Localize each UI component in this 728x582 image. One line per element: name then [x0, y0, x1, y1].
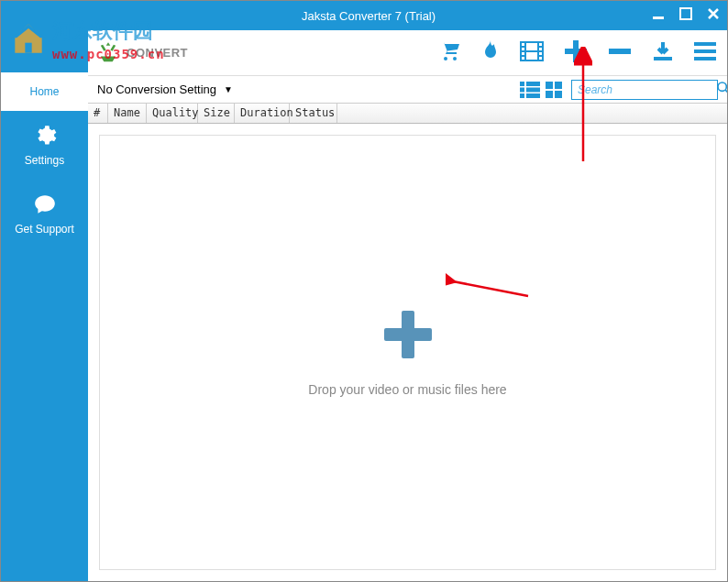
close-icon[interactable] [707, 7, 720, 24]
search-box[interactable] [571, 80, 718, 100]
plus-icon[interactable] [564, 39, 588, 67]
column-header-quality[interactable]: Quality [147, 104, 198, 123]
column-header-duration[interactable]: Duration [235, 104, 290, 123]
svg-rect-31 [384, 328, 432, 341]
menu-icon[interactable] [694, 42, 716, 64]
sidebar-item-label: Get Support [15, 223, 74, 236]
column-header-size[interactable]: Size [198, 104, 235, 123]
sidebar: Home Settings Get Support [1, 30, 88, 581]
grid-view-icon[interactable] [546, 82, 562, 98]
recycle-logo-icon [95, 40, 121, 66]
window-title: Jaksta Converter 7 (Trial) [85, 9, 652, 23]
svg-point-28 [718, 82, 726, 91]
flame-icon[interactable] [481, 40, 500, 66]
list-view-icon[interactable] [520, 82, 540, 98]
svg-rect-14 [654, 57, 672, 60]
dropzone[interactable]: Drop your video or music files here [99, 135, 716, 570]
minimize-icon[interactable] [652, 7, 665, 24]
minus-icon[interactable] [608, 39, 632, 67]
svg-rect-1 [680, 8, 691, 19]
sidebar-item-label: Settings [25, 154, 64, 167]
search-input[interactable] [578, 83, 716, 96]
column-header-status[interactable]: Status [290, 104, 337, 123]
brand-text: CONVERT [127, 46, 188, 60]
sidebar-item-home[interactable]: Home [1, 72, 88, 111]
svg-rect-13 [609, 49, 631, 54]
titlebar: Jaksta Converter 7 (Trial) [1, 1, 727, 30]
dropzone-text: Drop your video or music files here [308, 382, 506, 397]
svg-rect-21 [526, 87, 540, 92]
gear-icon [33, 124, 57, 150]
svg-rect-24 [546, 82, 553, 89]
svg-rect-12 [565, 49, 587, 54]
svg-rect-16 [694, 49, 716, 53]
film-icon[interactable] [520, 41, 544, 65]
download-icon[interactable] [652, 40, 674, 66]
chevron-down-icon: ▼ [224, 84, 233, 94]
top-toolbar: CONVERT [88, 30, 727, 76]
chat-icon [33, 192, 57, 219]
cart-icon[interactable] [439, 40, 461, 66]
svg-rect-22 [520, 93, 524, 98]
dropzone-plus-icon [382, 309, 434, 364]
conversion-bar: No Conversion Setting ▼ [88, 76, 727, 104]
conversion-setting-dropdown[interactable]: No Conversion Setting ▼ [97, 82, 511, 96]
column-header-name[interactable]: Name [108, 104, 147, 123]
svg-rect-17 [694, 57, 716, 60]
table-header: # Name Quality Size Duration Status [88, 104, 727, 124]
svg-rect-25 [555, 82, 562, 89]
sidebar-item-label: Home [29, 85, 59, 98]
search-icon[interactable] [716, 81, 728, 99]
svg-rect-27 [555, 91, 562, 98]
svg-rect-26 [546, 91, 553, 98]
svg-rect-20 [520, 87, 524, 92]
svg-rect-18 [520, 82, 524, 86]
svg-rect-15 [694, 42, 716, 46]
svg-rect-23 [526, 93, 540, 98]
svg-rect-19 [526, 82, 540, 86]
column-header-num[interactable]: # [88, 104, 108, 123]
maximize-icon[interactable] [679, 7, 692, 24]
sidebar-item-support[interactable]: Get Support [1, 180, 88, 248]
brand: CONVERT [95, 40, 188, 66]
dropdown-label: No Conversion Setting [97, 82, 216, 96]
sidebar-item-settings[interactable]: Settings [1, 111, 88, 180]
svg-rect-0 [653, 16, 664, 19]
